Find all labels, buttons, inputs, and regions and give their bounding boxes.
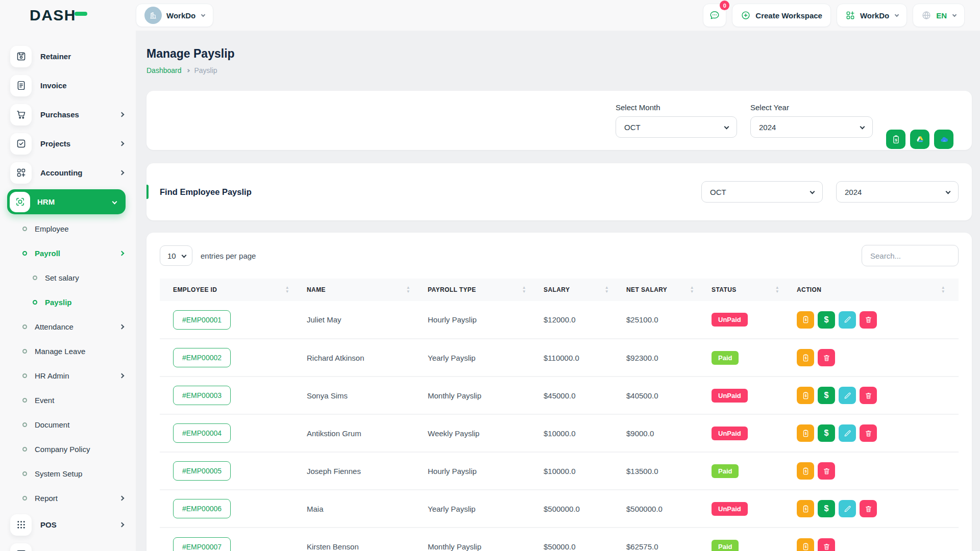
delete-button[interactable] (818, 462, 835, 480)
workspace-name: WorkDo (166, 11, 195, 20)
employee-id-badge[interactable]: #EMP00002 (173, 348, 231, 367)
sidebar-item-event[interactable]: Event (0, 388, 136, 412)
language-selector[interactable]: EN (913, 4, 965, 27)
sidebar-item-manage-leave[interactable]: Manage Leave (0, 339, 136, 363)
employee-name-cell: Sonya Sims (303, 377, 424, 414)
bulk-payment-button[interactable]: $ (886, 130, 905, 149)
delete-button[interactable] (860, 424, 877, 442)
breadcrumb-dashboard-link[interactable]: Dashboard (146, 66, 182, 74)
edit-icon (843, 505, 852, 513)
trash-icon (822, 354, 831, 362)
sidebar-item-crm[interactable]: CRM (0, 539, 136, 551)
column-header-net-salary[interactable]: NET SALARY▲▼ (622, 279, 707, 301)
find-year-select[interactable]: 2024 (836, 181, 959, 203)
plus-circle-icon (741, 10, 751, 20)
status-badge: UnPaid (712, 502, 748, 516)
workspace-selector[interactable]: WorkDo (136, 4, 213, 27)
sidebar-item-label: Employee (35, 224, 69, 233)
payslip-button[interactable]: $ (797, 538, 814, 551)
create-workspace-button[interactable]: Create Workspace (732, 4, 831, 27)
month-select[interactable]: OCT (616, 116, 737, 138)
trash-icon (822, 542, 831, 551)
workspace-menu-button[interactable]: WorkDo (837, 4, 907, 27)
sidebar-item-invoice[interactable]: Invoice (0, 71, 136, 100)
table-row: #EMP00001Juliet MayHourly Payslip$12000.… (160, 301, 959, 339)
sidebar-item-purchases[interactable]: Purchases (0, 100, 136, 129)
employee-id-badge[interactable]: #EMP00003 (173, 386, 231, 405)
chevron-right-icon (119, 324, 125, 329)
column-header-status[interactable]: STATUS▲▼ (707, 279, 793, 301)
edit-button[interactable] (839, 311, 856, 329)
table-header-row: EMPLOYEE ID▲▼NAME▲▼PAYROLL TYPE▲▼SALARY▲… (160, 279, 959, 301)
sidebar-item-attendance[interactable]: Attendance (0, 314, 136, 339)
sidebar-item-payslip[interactable]: Payslip (0, 290, 136, 314)
sidebar-item-hrm[interactable]: HRM (7, 189, 126, 214)
employee-id-badge[interactable]: #EMP00004 (173, 423, 231, 443)
sidebar-item-company-policy[interactable]: Company Policy (0, 437, 136, 461)
payslip-button[interactable]: $ (797, 500, 814, 517)
sidebar-item-set-salary[interactable]: Set salary (0, 265, 136, 290)
column-header-salary[interactable]: SALARY▲▼ (540, 279, 622, 301)
payslip-button[interactable]: $ (797, 387, 814, 404)
bullet-icon (22, 398, 27, 403)
sort-icon: ▲▼ (690, 286, 694, 293)
year-select[interactable]: 2024 (750, 116, 873, 138)
payslip-button[interactable]: $ (797, 462, 814, 480)
payslip-button[interactable]: $ (797, 424, 814, 442)
find-card-title: Find Employee Payslip (160, 187, 252, 197)
edit-button[interactable] (839, 387, 856, 404)
make-payment-button[interactable]: $ (818, 500, 835, 517)
payslip-button[interactable]: $ (797, 311, 814, 329)
onedrive-export-button[interactable] (934, 130, 953, 149)
sidebar-item-payroll[interactable]: Payroll (0, 241, 136, 265)
app-logo[interactable]: DASH (0, 7, 136, 24)
column-header-payroll-type[interactable]: PAYROLL TYPE▲▼ (424, 279, 540, 301)
sidebar-item-document[interactable]: Document (0, 412, 136, 437)
sidebar-item-accounting[interactable]: Accounting (0, 158, 136, 187)
sidebar-item-pos[interactable]: POS (0, 510, 136, 539)
sidebar-item-report[interactable]: Report (0, 486, 136, 510)
messages-button[interactable]: 0 (703, 4, 726, 27)
sidebar-item-label: Company Policy (35, 445, 90, 454)
payslip-icon: $ (801, 429, 810, 438)
salary-cell: $10000.0 (540, 414, 622, 452)
make-payment-button[interactable]: $ (818, 387, 835, 404)
sort-icon: ▲▼ (941, 286, 945, 293)
sidebar-item-projects[interactable]: Projects (0, 129, 136, 158)
delete-button[interactable] (818, 349, 835, 366)
sidebar-item-hr-admin[interactable]: HR Admin (0, 363, 136, 388)
delete-button[interactable] (860, 500, 877, 517)
search-input[interactable] (862, 245, 959, 266)
column-header-action[interactable]: ACTION▲▼ (793, 279, 959, 301)
card-accent-bar (146, 185, 149, 199)
delete-button[interactable] (860, 387, 877, 404)
column-header-employee-id[interactable]: EMPLOYEE ID▲▼ (160, 279, 303, 301)
row-actions: $ (797, 462, 954, 480)
sidebar-item-employee[interactable]: Employee (0, 216, 136, 241)
payslip-icon: $ (801, 542, 810, 551)
chevron-right-icon (119, 112, 125, 117)
sidebar-item-retainer[interactable]: Retainer (0, 42, 136, 71)
google-drive-export-button[interactable] (910, 130, 929, 149)
page-size-select[interactable]: 10 (160, 245, 192, 266)
employee-id-badge[interactable]: #EMP00005 (173, 461, 231, 481)
employee-id-badge[interactable]: #EMP00006 (173, 499, 231, 518)
sidebar-item-system-setup[interactable]: System Setup (0, 461, 136, 486)
employee-id-badge[interactable]: #EMP00001 (173, 310, 231, 330)
sidebar-item-label: Set salary (45, 273, 79, 282)
make-payment-button[interactable]: $ (818, 424, 835, 442)
svg-text:$: $ (804, 545, 806, 549)
invoice-icon (10, 75, 32, 96)
main-content: Manage Payslip Dashboard Payslip Select … (136, 31, 980, 551)
column-header-name[interactable]: NAME▲▼ (303, 279, 424, 301)
employee-id-badge[interactable]: #EMP00007 (173, 537, 231, 551)
delete-button[interactable] (818, 538, 835, 551)
payslip-button[interactable]: $ (797, 349, 814, 366)
delete-button[interactable] (860, 311, 877, 329)
make-payment-button[interactable]: $ (818, 311, 835, 329)
edit-button[interactable] (839, 500, 856, 517)
sidebar-item-label: Report (35, 494, 58, 503)
find-month-select[interactable]: OCT (701, 181, 823, 203)
edit-button[interactable] (839, 424, 856, 442)
sidebar-item-label: System Setup (35, 469, 82, 478)
